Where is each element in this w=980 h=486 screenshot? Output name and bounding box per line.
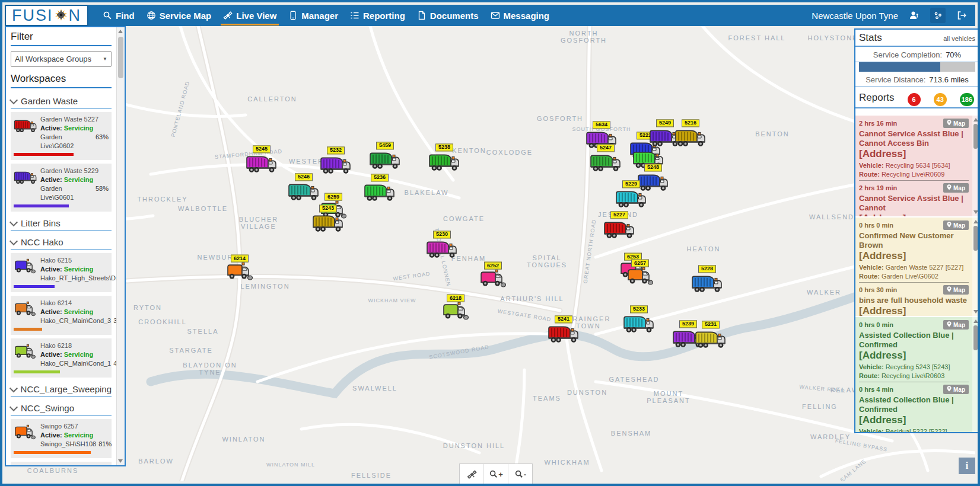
map-vehicle-5228[interactable]: 5228 (691, 265, 723, 296)
report-badge-1[interactable]: 43 (934, 93, 947, 106)
vehicle-name: Swingo 6257 (40, 422, 112, 431)
scroll-down-icon[interactable] (118, 459, 123, 463)
map-canvas[interactable]: NORTH GOSFORTHFOREST HALLHOLYSTONECALLER… (5, 26, 975, 481)
envelope-icon (491, 11, 500, 20)
map-vehicle-6257[interactable]: 6257 (626, 260, 654, 288)
workspace-group-dropdown[interactable]: All Workspace Groups ▼ (11, 51, 112, 67)
map-label-dunston: DUNSTON (567, 389, 607, 396)
sidebar-scrollbar[interactable] (116, 27, 125, 465)
scroll-thumb[interactable] (973, 124, 978, 149)
app-window: NORTH GOSFORTHFOREST HALLHOLYSTONECALLER… (0, 0, 980, 486)
zoom-in-button[interactable]: + (484, 464, 508, 484)
workspace-group-ncc-large-sweeping[interactable]: NCC_Large_Sweeping (11, 381, 112, 397)
nav-item-manager[interactable]: Manager (282, 5, 344, 26)
workspace-group-garden-waste[interactable]: Garden Waste (11, 93, 112, 109)
map-vehicle-5238[interactable]: 5238 (428, 143, 460, 174)
sidebar-scroll-thumb[interactable] (118, 37, 123, 78)
vehicle-card-garden-waste-5227[interactable]: Garden Waste 5227Active: ServicingGarden… (11, 112, 112, 160)
map-button[interactable]: Map (943, 119, 969, 128)
report-title: Assisted Collection Blue | Confirmed (859, 331, 969, 350)
map-vehicle-5245[interactable]: 5245 (246, 145, 278, 176)
scroll-up-icon[interactable] (973, 118, 978, 122)
map-vehicle-5247[interactable]: 5247 (590, 144, 622, 175)
chevron-down-icon: ▼ (103, 56, 107, 62)
map-vehicle-5459[interactable]: 5459 (369, 142, 401, 172)
vehicle-card-hako-6215[interactable]: Hako 6215Active: ServicingHako_RT_High_S… (11, 253, 112, 292)
map-vehicle-5216[interactable]: 5216 (674, 119, 707, 150)
fusion-logo[interactable]: FUSI N (5, 5, 88, 26)
report-card[interactable]: 0 hrs 4 minMapAssisted Collection Blue |… (859, 385, 969, 432)
map-button[interactable]: Map (943, 183, 969, 193)
track-vehicle-button[interactable] (460, 464, 484, 484)
vehicle-map-label: 5228 (698, 265, 716, 273)
info-button[interactable]: i (959, 458, 975, 474)
nav-item-documents[interactable]: Documents (411, 5, 485, 26)
sweeper-icon (14, 341, 37, 362)
nav-item-live-view[interactable]: Live View (217, 5, 282, 26)
map-vehicle-5227[interactable]: 5227 (603, 211, 635, 242)
gears-icon[interactable] (930, 8, 946, 23)
report-card[interactable]: 0 hrs 0 minMapConfirmed New Customer Bro… (859, 220, 969, 283)
report-badge-0[interactable]: 6 (908, 93, 921, 106)
map-vehicle-6218[interactable]: 6218 (442, 295, 469, 323)
map-label-ryton: RYTON (133, 304, 162, 311)
report-card[interactable]: 0 hrs 0 minMapAssisted Collection Blue |… (859, 320, 969, 382)
map-vehicle-5232[interactable]: 5232 (320, 146, 352, 177)
scroll-up-icon[interactable] (118, 30, 123, 33)
vehicle-progress-bar (14, 153, 74, 156)
report-detail-route: Route: Recycling Live\R0603 (859, 372, 969, 379)
map-vehicle-6214[interactable]: 6214 (226, 255, 253, 283)
map-vehicle-5241[interactable]: 5241 (548, 315, 580, 346)
service-completion-row: Service Completion: 70% (855, 47, 979, 62)
scroll-up-icon[interactable] (973, 319, 978, 323)
workspace-group-ncc-hako[interactable]: NCC Hako (11, 234, 112, 250)
map-vehicle-5246[interactable]: 5246 (288, 173, 320, 204)
map-vehicle-6252[interactable]: 6252 (479, 262, 507, 290)
vehicle-card-hako-6218[interactable]: Hako 6218Active: ServicingHako_CR_Main\C… (11, 338, 112, 378)
scroll-down-icon[interactable] (973, 310, 978, 314)
vehicle-card-hako-6214[interactable]: Hako 6214Active: ServicingHako_CR_Main\C… (11, 296, 112, 335)
nav-item-service-map[interactable]: Service Map (141, 5, 218, 26)
nav-item-messaging[interactable]: Messaging (485, 5, 556, 26)
map-label-winlaton: WINLATON (222, 436, 265, 443)
map-vehicle-5233[interactable]: 5233 (623, 305, 655, 336)
vehicle-map-label: 6257 (631, 260, 649, 267)
report-section-scrollbar[interactable] (972, 116, 979, 216)
vehicle-card-garden-waste-5229[interactable]: Garden Waste 5229Active: ServicingGarden… (11, 164, 112, 212)
map-vehicle-5230[interactable]: 5230 (426, 231, 458, 261)
map-button[interactable]: Map (943, 285, 969, 295)
nav-item-find[interactable]: Find (97, 5, 141, 26)
logout-icon[interactable] (954, 8, 969, 23)
vehicle-card-swingo-6257[interactable]: Swingo 6257Active: ServicingSwingo_SH\SH… (11, 419, 112, 458)
scroll-thumb[interactable] (973, 325, 978, 350)
map-vehicle-5236[interactable]: 5236 (364, 174, 396, 204)
scroll-down-icon[interactable] (973, 210, 978, 214)
nav-item-label: Service Map (160, 11, 212, 21)
vehicle-card-swingo-6259[interactable]: Swingo 6259Active: ServicingSwingo_SH\SH… (11, 462, 112, 465)
report-section-scrollbar[interactable] (972, 317, 979, 432)
nav-item-label: Documents (430, 11, 479, 21)
map-button[interactable]: Map (943, 385, 969, 394)
map-vehicle-5231[interactable]: 5231 (695, 321, 727, 351)
user-icon[interactable] (906, 8, 922, 23)
workspace-group-litter-bins[interactable]: Litter Bins (11, 215, 112, 231)
report-card[interactable]: 0 hrs 30 minMapbins are full household w… (859, 285, 969, 316)
map-button[interactable]: Map (943, 320, 969, 330)
list-icon (350, 11, 359, 20)
truck-icon (312, 212, 344, 235)
map-vehicle-5229[interactable]: 5229 (615, 180, 647, 211)
nav-item-reporting[interactable]: Reporting (344, 5, 411, 26)
scroll-up-icon[interactable] (973, 220, 978, 223)
report-card[interactable]: 2 hrs 19 minMapCannot Service Assist Blu… (859, 183, 969, 216)
map-button[interactable]: Map (943, 220, 969, 230)
truck-icon (369, 149, 401, 172)
scroll-thumb[interactable] (973, 226, 978, 251)
report-section-scrollbar[interactable] (972, 218, 979, 316)
truck-icon (426, 238, 458, 261)
map-vehicle-5243[interactable]: 5243 (312, 204, 344, 235)
zoom-out-button[interactable]: - (508, 464, 532, 484)
workspace-group-ncc-swingo[interactable]: NCC_Swingo (11, 400, 112, 416)
report-card[interactable]: 2 hrs 16 minMapCannot Service Assist Blu… (859, 119, 969, 181)
vehicle-map-label: 5634 (593, 121, 610, 129)
report-badge-2[interactable]: 186 (960, 93, 974, 106)
